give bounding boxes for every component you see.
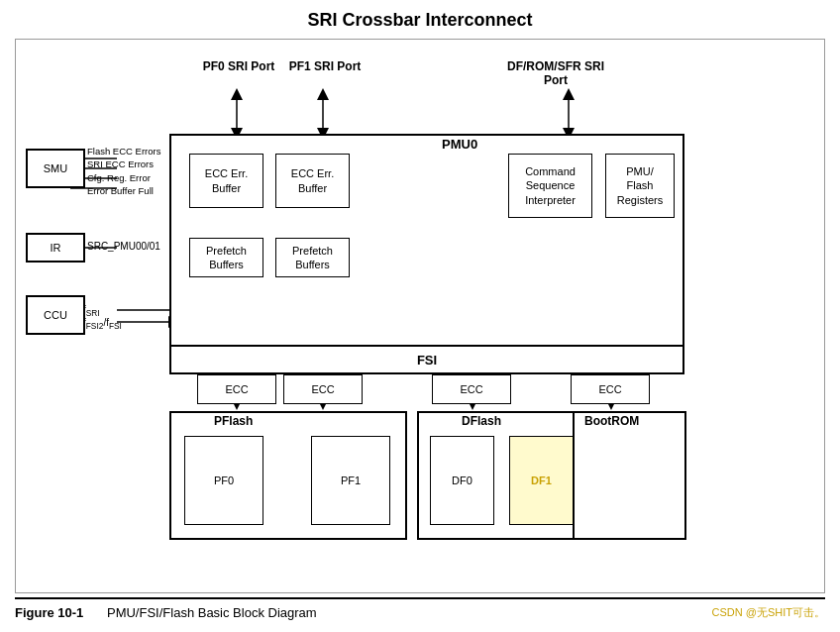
- watermark: CSDN @无SHIT可击。: [712, 605, 825, 620]
- pf1-box: PF1: [311, 436, 390, 525]
- df1-box: DF1: [509, 436, 574, 525]
- ecc-err-buf-pf1: ECC Err.Buffer: [275, 154, 350, 208]
- ecc-err-buf-pf0-label: ECC Err.Buffer: [205, 166, 248, 195]
- page-container: SRI Crossbar Interconnect: [0, 0, 840, 632]
- figure-label: Figure 10-1: [15, 605, 83, 620]
- ecc-pf1-label: ECC: [311, 382, 334, 396]
- pmu-flash-reg-label: PMU/FlashRegisters: [617, 164, 663, 207]
- ecc-pf1: ECC: [283, 374, 363, 404]
- pf0-port-label: PF0 SRI Port: [199, 59, 278, 73]
- df-rom-sfr-port-label: DF/ROM/SFR SRI Port: [501, 59, 610, 87]
- ecc-pf0-label: ECC: [225, 382, 248, 396]
- cfg-reg-error: Cfg. Reg. Error: [87, 171, 160, 184]
- bootrom-box: [573, 411, 686, 540]
- src-pmu-label: SRC_PMU00/01: [87, 241, 160, 252]
- flash-ecc-errors: Flash ECC Errors: [87, 145, 160, 158]
- pflash-label: PFlash: [214, 414, 253, 428]
- f-fsi-label: fFSI2/fFSI: [83, 317, 122, 331]
- error-buffer-full: Error Buffer Full: [87, 184, 160, 197]
- ecc-bootrom: ECC: [571, 374, 650, 404]
- ecc-dflash-label: ECC: [460, 382, 482, 396]
- pf1-port-label: PF1 SRI Port: [285, 59, 365, 73]
- pf0-label: PF0: [214, 474, 234, 487]
- ecc-bootrom-label: ECC: [598, 382, 621, 396]
- caption-text: Figure 10-1 PMU/FSI/Flash Basic Block Di…: [15, 605, 317, 620]
- df0-box: DF0: [430, 436, 494, 525]
- pmu0-label: PMU0: [442, 137, 477, 152]
- prefetch-buf-pf0: PrefetchBuffers: [189, 238, 263, 277]
- df1-label: DF1: [531, 474, 552, 487]
- dflash-label: DFlash: [462, 414, 501, 428]
- smu-signals: Flash ECC Errors SRI ECC Errors Cfg. Reg…: [87, 145, 160, 197]
- fsi-bar: FSI: [169, 345, 684, 374]
- pmu-flash-reg-box: PMU/FlashRegisters: [605, 154, 675, 218]
- prefetch-buf-pf1-label: PrefetchBuffers: [292, 244, 333, 272]
- fsi-label: FSI: [417, 353, 437, 368]
- ccu-label: CCU: [44, 308, 67, 322]
- cmd-seq-label: CommandSequenceInterpreter: [525, 164, 576, 207]
- ccu-box: CCU: [26, 295, 85, 335]
- ecc-dflash: ECC: [432, 374, 511, 404]
- ecc-pf0: ECC: [197, 374, 276, 404]
- f-sri-label: fSRI: [83, 304, 100, 318]
- bootrom-label: BootROM: [584, 414, 639, 428]
- ecc-err-buf-pf1-label: ECC Err.Buffer: [291, 166, 334, 195]
- ir-box: IR: [26, 233, 85, 263]
- pf1-label: PF1: [341, 474, 361, 487]
- caption: Figure 10-1 PMU/FSI/Flash Basic Block Di…: [15, 597, 825, 622]
- smu-label: SMU: [44, 161, 67, 175]
- ir-label: IR: [51, 241, 61, 255]
- df0-label: DF0: [452, 474, 472, 487]
- pf0-box: PF0: [184, 436, 263, 525]
- sri-ecc-errors: SRI ECC Errors: [87, 158, 160, 170]
- prefetch-buf-pf1: PrefetchBuffers: [275, 238, 350, 277]
- diagram-area: PF0 SRI Port PF1 SRI Port DF/ROM/SFR SRI…: [15, 39, 825, 593]
- prefetch-buf-pf0-label: PrefetchBuffers: [206, 244, 247, 272]
- diagram-title: SRI Crossbar Interconnect: [15, 10, 825, 31]
- ecc-err-buf-pf0: ECC Err.Buffer: [189, 154, 263, 208]
- caption-description: PMU/FSI/Flash Basic Block Diagram: [107, 605, 317, 620]
- cmd-seq-box: CommandSequenceInterpreter: [508, 154, 592, 218]
- smu-box: SMU: [26, 149, 85, 188]
